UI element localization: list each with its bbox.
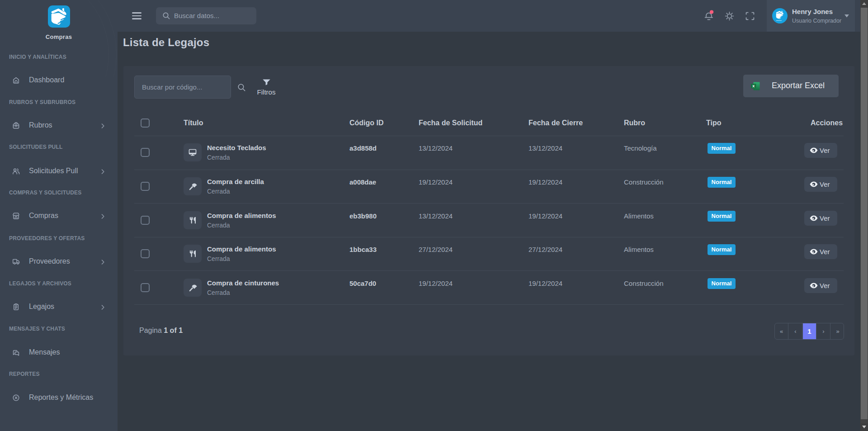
svg-text:x: x [752,84,755,88]
